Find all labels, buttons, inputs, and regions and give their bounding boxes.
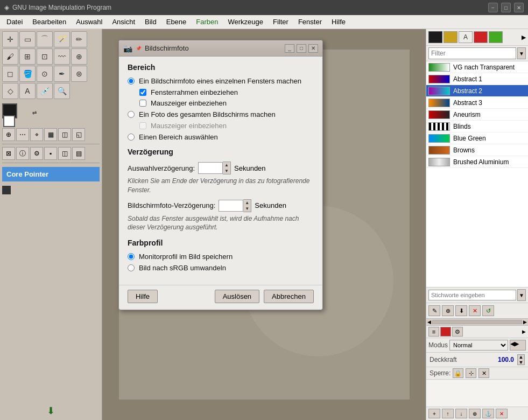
tool-clone[interactable]: ⊕ bbox=[71, 48, 87, 65]
scroll-left-btn[interactable]: ◀ bbox=[427, 319, 431, 325]
green-swatch-btn[interactable] bbox=[489, 31, 503, 43]
gradient-item-aneurism[interactable]: Aneurism bbox=[426, 109, 528, 121]
tool-crop[interactable]: ⊡ bbox=[37, 48, 53, 65]
download-icon[interactable]: ⬇ bbox=[47, 405, 55, 417]
background-color[interactable] bbox=[3, 115, 15, 127]
gradient-item-browns[interactable]: Browns bbox=[426, 144, 528, 156]
delay1-up[interactable]: ▲ bbox=[223, 162, 230, 168]
gradient-item-abstract2[interactable]: Abstract 2 bbox=[426, 85, 528, 97]
minimize-button[interactable]: − bbox=[488, 3, 498, 12]
radio-monitor-profile-label[interactable]: Monitorprofil im Bild speichern bbox=[139, 253, 233, 261]
tool-rect-select[interactable]: ▭ bbox=[19, 31, 36, 47]
tool-extra3[interactable]: ⌖ bbox=[30, 128, 43, 141]
gradient-swatch-btn[interactable] bbox=[443, 31, 457, 43]
gradient-item-abstract3[interactable]: Abstract 3 bbox=[426, 97, 528, 109]
tool-move[interactable]: ✛ bbox=[2, 31, 18, 47]
cb-frames[interactable] bbox=[139, 89, 146, 96]
dialog-cancel-button[interactable]: Abbrechen bbox=[264, 290, 314, 303]
menu-ebene[interactable]: Ebene bbox=[162, 17, 191, 27]
tool-pencil[interactable]: ✏ bbox=[71, 31, 87, 47]
radio-srgb[interactable] bbox=[128, 264, 135, 271]
tool-extra6[interactable]: ◱ bbox=[72, 128, 85, 141]
radio-full-screen[interactable] bbox=[128, 111, 135, 118]
dialog-help-button[interactable]: Hilfe bbox=[128, 290, 158, 303]
text-swatch-btn[interactable]: A bbox=[459, 31, 473, 43]
tool-img2[interactable]: ⓘ bbox=[16, 147, 29, 160]
dialog-titlebar[interactable]: 📷 📌 Bildschirmfoto _ □ ✕ bbox=[119, 40, 322, 57]
tool-bucket[interactable]: 🪣 bbox=[19, 66, 36, 82]
menu-fenster[interactable]: Fenster bbox=[294, 17, 326, 27]
dialog-minimize-btn[interactable]: _ bbox=[285, 44, 294, 53]
tool-perspective[interactable]: ◇ bbox=[2, 83, 18, 99]
dialog-shoot-button[interactable]: Auslösen bbox=[215, 290, 259, 303]
h-scrollbar[interactable] bbox=[432, 320, 522, 324]
cb-cursor2[interactable] bbox=[139, 122, 146, 129]
lock-btn-pos[interactable]: ⊹ bbox=[466, 368, 476, 378]
tag-chevron[interactable]: ▼ bbox=[517, 289, 526, 301]
gradient-item-abstract1[interactable]: Abstract 1 bbox=[426, 73, 528, 85]
layer-new-btn[interactable]: + bbox=[428, 409, 440, 418]
delay1-input[interactable]: 0 bbox=[198, 162, 223, 174]
layer-lower-btn[interactable]: ↓ bbox=[455, 409, 467, 418]
swap-colors[interactable]: ⇄ bbox=[32, 110, 41, 118]
layer-duplicate-btn[interactable]: ⊕ bbox=[469, 409, 481, 418]
lock-btn-del[interactable]: ✕ bbox=[478, 368, 489, 378]
tool-img4[interactable]: ▪ bbox=[44, 147, 57, 160]
tool-fuzzy-select[interactable]: 🪄 bbox=[54, 31, 70, 47]
core-pointer-panel[interactable]: Core Pointer bbox=[2, 167, 100, 181]
menu-werkzeuge[interactable]: Werkzeuge bbox=[224, 17, 268, 27]
tool-free-select[interactable]: ⌒ bbox=[37, 31, 53, 47]
gradient-edit-btn[interactable]: ✎ bbox=[428, 305, 440, 316]
radio-select-area-label[interactable]: Einen Bereich auswählen bbox=[139, 133, 218, 141]
cb-frames-label[interactable]: Fensterrahmen einbeziehen bbox=[151, 88, 238, 96]
tool-img5[interactable]: ◫ bbox=[58, 147, 71, 160]
delay2-input[interactable]: 0 bbox=[219, 200, 243, 212]
gradient-filter-input[interactable] bbox=[428, 47, 516, 59]
radio-monitor-profile[interactable] bbox=[128, 253, 135, 260]
radio-single-window-label[interactable]: Ein Bildschirmfoto eines einzelnen Fenst… bbox=[139, 77, 301, 85]
tool-magnify[interactable]: 🔍 bbox=[54, 83, 70, 99]
fg-swatch-btn[interactable] bbox=[428, 31, 442, 43]
opacity-spinner-btn[interactable]: ▲▼ bbox=[517, 354, 525, 365]
gradient-refresh-btn[interactable]: ↺ bbox=[482, 305, 494, 316]
filter-chevron[interactable]: ▼ bbox=[517, 47, 526, 59]
tool-img1[interactable]: ⊠ bbox=[2, 147, 15, 160]
tool-text[interactable]: A bbox=[19, 83, 36, 99]
cb-cursor1-label[interactable]: Mauszeiger einbeziehen bbox=[151, 99, 227, 107]
tool-img3[interactable]: ⚙ bbox=[30, 147, 43, 160]
tool-heal[interactable]: ⊛ bbox=[71, 66, 87, 82]
gradient-save-btn[interactable]: ⬇ bbox=[455, 305, 467, 316]
dialog-expand-btn[interactable]: □ bbox=[297, 44, 306, 53]
tool-colorpicker[interactable]: 💉 bbox=[37, 83, 53, 99]
gradient-delete-btn[interactable]: ✕ bbox=[469, 305, 481, 316]
pattern-swatch-btn[interactable] bbox=[474, 31, 488, 43]
mode-extra-btn[interactable]: ◀▶ bbox=[510, 340, 526, 351]
delay1-down[interactable]: ▼ bbox=[223, 168, 230, 174]
close-button[interactable]: ✕ bbox=[514, 3, 524, 12]
gradient-duplicate-btn[interactable]: ⊕ bbox=[442, 305, 454, 316]
mode-select[interactable]: Normal bbox=[449, 340, 508, 351]
menu-filter[interactable]: Filter bbox=[269, 17, 293, 27]
tool-smudge[interactable]: 〰 bbox=[54, 48, 70, 65]
tool-paintbrush[interactable]: 🖌 bbox=[2, 48, 18, 65]
maximize-button[interactable]: □ bbox=[501, 3, 511, 12]
menu-farben[interactable]: Farben bbox=[192, 17, 222, 27]
gradient-item-blinds[interactable]: Blinds bbox=[426, 121, 528, 132]
gradient-item-bluegreen[interactable]: Blue Green bbox=[426, 132, 528, 144]
delay2-down[interactable]: ▼ bbox=[243, 206, 251, 212]
tool-eraser[interactable]: ◻ bbox=[2, 66, 18, 82]
tool-paths[interactable]: ✒ bbox=[54, 66, 70, 82]
menu-datei[interactable]: Datei bbox=[2, 17, 27, 27]
layer-delete-btn[interactable]: ✕ bbox=[496, 409, 508, 418]
dialog-close-btn[interactable]: ✕ bbox=[308, 44, 318, 53]
menu-ansicht[interactable]: Ansicht bbox=[108, 17, 139, 27]
layers-panel-collapse[interactable]: ▶ bbox=[522, 329, 526, 334]
layer-raise-btn[interactable]: ↑ bbox=[442, 409, 454, 418]
radio-select-area[interactable] bbox=[128, 134, 135, 141]
cb-cursor1[interactable] bbox=[139, 100, 146, 107]
menu-hilfe[interactable]: Hilfe bbox=[327, 17, 350, 27]
tool-transform[interactable]: ⊙ bbox=[37, 66, 53, 82]
tool-extra4[interactable]: ▦ bbox=[44, 128, 57, 141]
tool-align[interactable]: ⊞ bbox=[19, 48, 36, 65]
radio-srgb-label[interactable]: Bild nach sRGB umwandeln bbox=[139, 264, 226, 272]
